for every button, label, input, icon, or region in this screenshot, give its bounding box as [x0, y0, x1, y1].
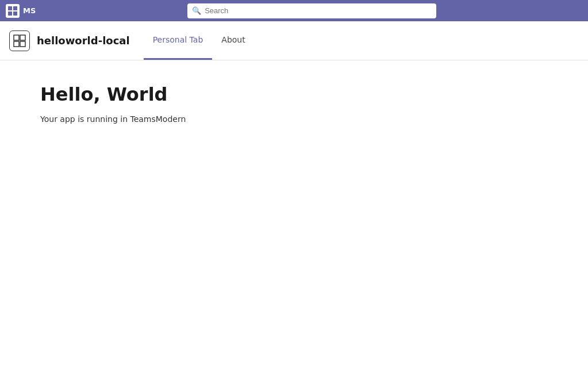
tab-personal-tab-label: Personal Tab	[153, 35, 203, 44]
ms-teams-icon	[6, 4, 20, 18]
svg-rect-2	[8, 12, 12, 16]
search-input[interactable]	[187, 3, 436, 18]
svg-rect-0	[8, 6, 12, 10]
app-header: helloworld-local Personal Tab About	[0, 21, 588, 60]
ms-logo[interactable]: MS	[6, 4, 36, 18]
top-bar: MS 🔍	[0, 0, 588, 21]
main-content: Hello, World Your app is running in Team…	[0, 60, 588, 367]
svg-rect-4	[14, 35, 19, 40]
tab-personal-tab[interactable]: Personal Tab	[144, 21, 213, 60]
page-heading: Hello, World	[40, 83, 548, 105]
ms-label: MS	[23, 6, 36, 15]
tab-about-label: About	[221, 35, 245, 44]
tab-about[interactable]: About	[212, 21, 254, 60]
svg-rect-1	[13, 6, 17, 10]
tabs-container: Personal Tab About	[144, 21, 255, 60]
svg-rect-3	[13, 12, 17, 16]
app-icon	[9, 30, 30, 51]
page-subtext: Your app is running in TeamsModern	[40, 114, 548, 124]
svg-rect-6	[14, 41, 19, 47]
svg-rect-5	[20, 35, 25, 40]
svg-rect-7	[20, 41, 25, 47]
search-bar[interactable]: 🔍	[187, 3, 436, 18]
app-title: helloworld-local	[37, 35, 130, 47]
